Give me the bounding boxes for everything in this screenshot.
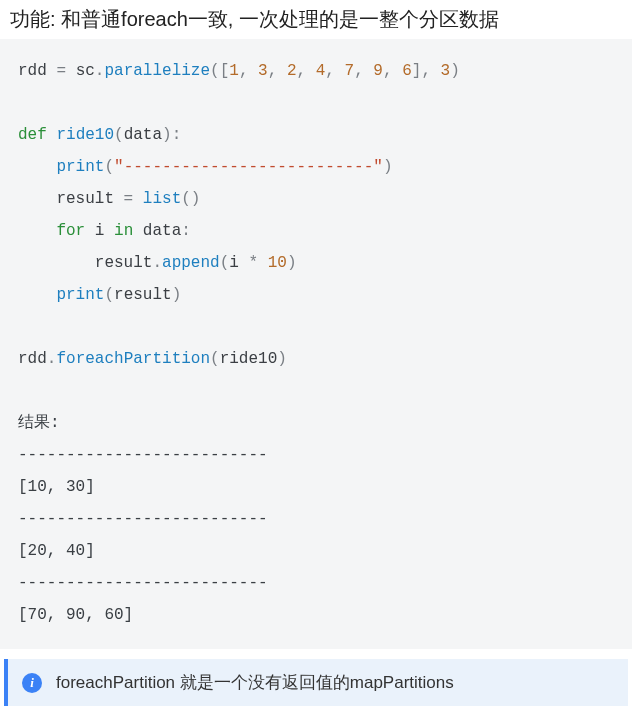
tok-kw: in [114, 222, 133, 240]
tok-num: 1 [229, 62, 239, 80]
tok-punc: ( [220, 254, 230, 272]
tok-sp [104, 222, 114, 240]
tok-punc: : [172, 126, 182, 144]
code-line-result-3: [70, 90, 60] [18, 606, 133, 624]
tok-punc: ( [210, 62, 220, 80]
tok-ident: result [56, 190, 114, 208]
tok-punc: , [325, 62, 344, 80]
tok-punc: ( [114, 126, 124, 144]
tok-num: 3 [441, 62, 451, 80]
tok-ident: result [114, 286, 172, 304]
tok-punc: ) [172, 286, 182, 304]
tok-indent [18, 286, 56, 304]
tok-indent [18, 190, 56, 208]
tok-indent [18, 158, 56, 176]
tok-func: ride10 [56, 126, 114, 144]
tok-punc: . [47, 350, 57, 368]
tok-punc: ( [181, 190, 191, 208]
tok-indent [18, 222, 56, 240]
tok-punc: . [95, 62, 105, 80]
code-line-2: def ride10(data): [18, 126, 181, 144]
tok-punc: ( [104, 286, 114, 304]
code-line-5: for i in data: [18, 222, 191, 240]
tok-op: = [114, 190, 143, 208]
section-heading: 功能: 和普通foreach一致, 一次处理的是一整个分区数据 [0, 0, 632, 39]
code-line-result-label: 结果: [18, 414, 60, 432]
tok-ident: rdd [18, 62, 47, 80]
tok-func: parallelize [104, 62, 210, 80]
code-line-result-1: [10, 30] [18, 478, 95, 496]
tok-punc: ) [162, 126, 172, 144]
info-note-text: foreachPartition 就是一个没有返回值的mapPartitions [56, 671, 454, 694]
tok-ident: data [124, 126, 162, 144]
tok-punc: [ [220, 62, 230, 80]
code-line-7: print(result) [18, 286, 181, 304]
tok-indent [18, 254, 95, 272]
tok-punc: ) [450, 62, 460, 80]
tok-num: 9 [373, 62, 383, 80]
tok-num: 6 [402, 62, 412, 80]
tok-op: = [47, 62, 76, 80]
tok-num: 3 [258, 62, 268, 80]
tok-str: "--------------------------" [114, 158, 383, 176]
tok-ident: result [95, 254, 153, 272]
tok-punc: , [354, 62, 373, 80]
tok-punc: ( [210, 350, 220, 368]
code-line-6: result.append(i * 10) [18, 254, 296, 272]
code-block: rdd = sc.parallelize([1, 3, 2, 4, 7, 9, … [0, 39, 632, 649]
tok-op: * [239, 254, 268, 272]
code-line-sep: -------------------------- [18, 510, 268, 528]
tok-sp [47, 126, 57, 144]
code-line-1: rdd = sc.parallelize([1, 3, 2, 4, 7, 9, … [18, 62, 460, 80]
tok-punc: , [268, 62, 287, 80]
code-line-4: result = list() [18, 190, 200, 208]
tok-num: 7 [345, 62, 355, 80]
tok-ident: ride10 [220, 350, 278, 368]
tok-ident: i [229, 254, 239, 272]
tok-num: 10 [268, 254, 287, 272]
code-line-3: print("--------------------------") [18, 158, 392, 176]
tok-num: 4 [316, 62, 326, 80]
tok-num: 2 [287, 62, 297, 80]
tok-punc: ( [104, 158, 114, 176]
tok-kw: def [18, 126, 47, 144]
code-line-sep: -------------------------- [18, 574, 268, 592]
tok-ident: i [95, 222, 105, 240]
code-line-sep: -------------------------- [18, 446, 268, 464]
tok-func: print [56, 286, 104, 304]
tok-punc: , [421, 62, 440, 80]
tok-punc: ) [277, 350, 287, 368]
tok-ident: sc [76, 62, 95, 80]
tok-punc: ) [383, 158, 393, 176]
tok-sp [85, 222, 95, 240]
code-line-8: rdd.foreachPartition(ride10) [18, 350, 287, 368]
tok-punc: , [297, 62, 316, 80]
code-line-result-2: [20, 40] [18, 542, 95, 560]
tok-punc: , [383, 62, 402, 80]
tok-kw: for [56, 222, 85, 240]
info-note: i foreachPartition 就是一个没有返回值的mapPartitio… [4, 659, 628, 706]
info-icon: i [22, 673, 42, 693]
tok-func: list [143, 190, 181, 208]
tok-punc: ) [287, 254, 297, 272]
tok-sp [133, 222, 143, 240]
tok-ident: rdd [18, 350, 47, 368]
tok-punc: , [239, 62, 258, 80]
tok-punc: . [152, 254, 162, 272]
tok-ident: data [143, 222, 181, 240]
tok-punc: ) [191, 190, 201, 208]
tok-punc: ] [412, 62, 422, 80]
tok-func: append [162, 254, 220, 272]
tok-func: print [56, 158, 104, 176]
tok-punc: : [181, 222, 191, 240]
tok-func: foreachPartition [56, 350, 210, 368]
